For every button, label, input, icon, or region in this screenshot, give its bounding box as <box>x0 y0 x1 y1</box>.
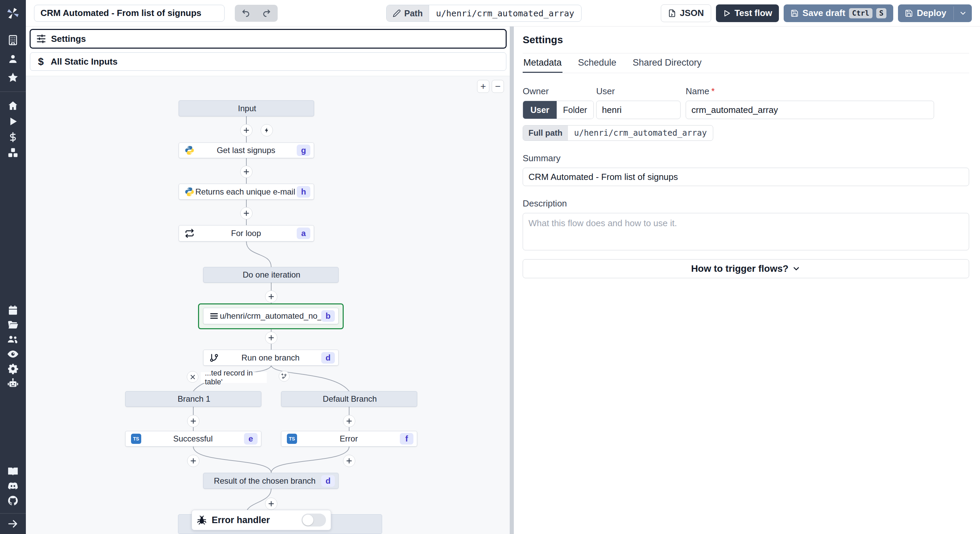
add-step-button[interactable] <box>265 291 277 303</box>
add-step-button[interactable] <box>265 332 277 344</box>
branch-condition-label[interactable]: ...ted record in table' <box>201 372 267 383</box>
undo-button[interactable] <box>237 6 255 21</box>
step-id-badge: d <box>321 475 335 487</box>
node-do-one-iteration[interactable]: Do one iteration <box>203 267 339 283</box>
node-branch-1[interactable]: Branch 1 <box>125 391 261 407</box>
user-icon[interactable] <box>0 49 26 68</box>
node-for-loop[interactable]: For loop a <box>179 225 314 242</box>
expand-arrow-icon[interactable] <box>0 513 26 534</box>
git-branch-icon <box>208 353 220 362</box>
node-error[interactable]: TS Error f <box>281 431 417 447</box>
typescript-icon: TS <box>130 434 142 444</box>
json-button[interactable]: JSON <box>661 5 711 22</box>
node-unique-emails[interactable]: Returns each unique e-mail in an array h <box>179 184 314 200</box>
schedules-calendar-icon[interactable] <box>0 303 26 317</box>
trigger-lightning-button[interactable] <box>261 124 273 137</box>
flow-canvas[interactable]: Settings $ All Static Inputs + − Input G… <box>26 27 510 534</box>
add-step-button[interactable] <box>240 124 253 137</box>
tab-metadata[interactable]: Metadata <box>523 53 563 73</box>
flow-summary-input[interactable] <box>34 5 224 22</box>
owner-kind-folder[interactable]: Folder <box>557 101 593 119</box>
loop-repeat-icon <box>184 228 195 238</box>
flow-name-input[interactable] <box>686 101 934 119</box>
flow-outline-header: Settings $ All Static Inputs <box>26 27 510 76</box>
add-step-button[interactable] <box>187 415 199 427</box>
add-step-button[interactable] <box>343 415 355 427</box>
error-handler-toggle[interactable] <box>301 513 326 526</box>
owner-label: Owner <box>523 86 596 97</box>
groups-icon[interactable] <box>0 332 26 346</box>
summary-label: Summary <box>523 153 969 164</box>
test-flow-button[interactable]: Test flow <box>716 5 779 22</box>
settings-panel: Settings Metadata Schedule Shared Direct… <box>514 27 980 534</box>
sidebar <box>0 0 26 534</box>
owner-user-input[interactable] <box>596 101 681 119</box>
node-successful[interactable]: TS Successful e <box>125 431 261 447</box>
resources-cubes-icon[interactable] <box>0 145 26 161</box>
docs-book-icon[interactable] <box>0 464 26 478</box>
hamburger-icon <box>208 312 220 320</box>
audit-eye-icon[interactable] <box>0 346 26 361</box>
bug-icon <box>197 515 207 525</box>
step-id-badge: a <box>297 227 310 239</box>
deploy-button[interactable]: Deploy <box>898 5 972 22</box>
path-field[interactable]: Path u/henri/crm_automated_array <box>386 5 582 22</box>
add-step-button[interactable] <box>343 455 355 467</box>
node-branch-result[interactable]: Result of the chosen branch d <box>203 473 339 489</box>
folders-icon[interactable] <box>0 317 26 332</box>
github-icon[interactable] <box>0 493 26 508</box>
undo-redo-group <box>235 5 278 22</box>
node-input[interactable]: Input <box>179 100 314 116</box>
how-to-trigger-button[interactable]: How to trigger flows? <box>523 259 969 278</box>
tab-schedule[interactable]: Schedule <box>578 53 617 73</box>
flow-settings-module[interactable]: Settings <box>30 29 506 48</box>
add-step-button[interactable] <box>240 207 253 219</box>
typescript-icon: TS <box>286 434 298 444</box>
save-draft-button[interactable]: Save draft Ctrl S <box>784 5 893 22</box>
summary-input[interactable] <box>523 168 969 186</box>
step-id-badge: e <box>244 433 258 445</box>
full-path-label: Full path <box>523 126 568 140</box>
settings-tabs: Metadata Schedule Shared Directory <box>523 53 969 73</box>
ai-robot-icon[interactable] <box>0 376 26 391</box>
add-step-button[interactable] <box>265 497 277 510</box>
tab-shared-directory[interactable]: Shared Directory <box>632 53 702 73</box>
node-get-last-signups[interactable]: Get last signups g <box>179 143 314 158</box>
deploy-dropdown-chevron-icon[interactable] <box>959 9 967 17</box>
panel-splitter[interactable] <box>510 27 514 534</box>
path-value: u/henri/crm_automated_array <box>429 5 581 21</box>
dollar-icon: $ <box>36 56 46 67</box>
step-id-badge: h <box>297 186 310 198</box>
settings-gear-icon[interactable] <box>0 361 26 376</box>
static-inputs-module[interactable]: $ All Static Inputs <box>30 52 506 71</box>
chevron-down-icon <box>792 264 801 273</box>
owner-kind-user[interactable]: User <box>523 101 557 119</box>
variables-dollar-icon[interactable] <box>0 129 26 145</box>
owner-kind-toggle: User Folder <box>523 101 594 119</box>
panel-heading: Settings <box>523 34 969 53</box>
discord-icon[interactable] <box>0 478 26 493</box>
zoom-out-button[interactable]: − <box>492 80 504 93</box>
node-default-branch[interactable]: Default Branch <box>281 391 417 407</box>
zoom-in-button[interactable]: + <box>477 80 489 93</box>
runs-play-icon[interactable] <box>0 114 26 129</box>
favorites-star-icon[interactable] <box>0 68 26 87</box>
remove-branch-button[interactable] <box>187 371 198 383</box>
windmill-logo[interactable] <box>6 5 20 22</box>
topbar: Path u/henri/crm_automated_array JSON Te… <box>26 0 980 27</box>
step-id-badge: d <box>321 352 335 364</box>
name-label: Name <box>686 86 709 97</box>
add-step-button[interactable] <box>240 166 253 178</box>
workspace-icon[interactable] <box>0 30 26 49</box>
step-id-badge: g <box>297 145 310 156</box>
node-crm-automated-script[interactable]: u/henri/crm_automated_no_human b <box>203 308 339 324</box>
add-step-button[interactable] <box>187 455 199 467</box>
add-branch-button[interactable] <box>279 371 290 381</box>
redo-button[interactable] <box>257 6 275 21</box>
description-textarea[interactable] <box>523 213 969 250</box>
sliders-icon <box>36 34 46 44</box>
python-icon <box>184 187 195 197</box>
error-handler-card[interactable]: Error handler <box>192 510 331 530</box>
home-icon[interactable] <box>0 98 26 114</box>
node-run-one-branch[interactable]: Run one branch d <box>203 350 339 366</box>
